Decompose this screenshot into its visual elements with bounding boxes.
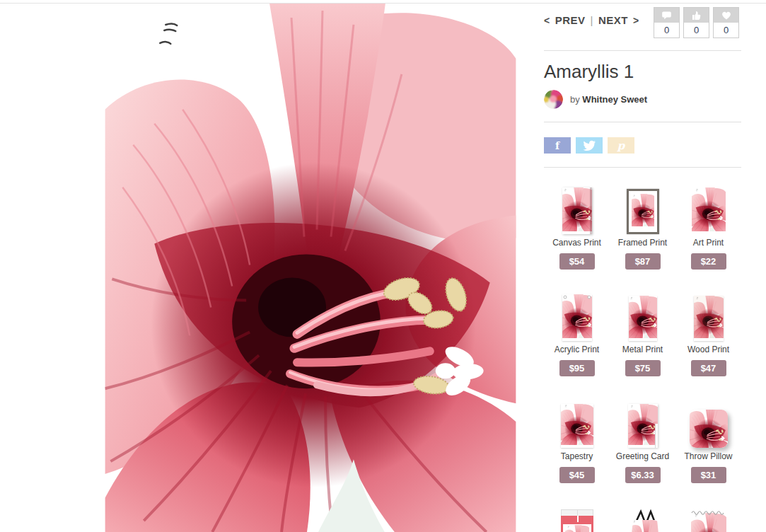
product-page: < PREV | NEXT > 0 0: [0, 0, 766, 532]
product-framed-print[interactable]: Framed Print $87: [610, 189, 675, 270]
prev-chevron-icon[interactable]: <: [544, 15, 550, 26]
social-counters: 0 0 0: [654, 7, 739, 38]
thumbs-up-icon: [684, 8, 709, 23]
product-label: Acrylic Print: [544, 345, 610, 355]
sidebar: < PREV | NEXT > 0 0: [544, 0, 741, 532]
product-greeting-card[interactable]: Greeting Card $6.33: [610, 403, 675, 483]
comment-counter[interactable]: 0: [654, 7, 680, 38]
product-tapestry[interactable]: Tapestry $45: [544, 403, 610, 483]
nav-separator: |: [591, 14, 593, 26]
prev-next-nav: < PREV | NEXT >: [544, 14, 639, 26]
like-counter[interactable]: 0: [683, 7, 709, 38]
twitter-share-button[interactable]: [576, 137, 603, 154]
heart-icon: [714, 8, 738, 23]
greeting-card-thumbnail[interactable]: [628, 404, 658, 448]
product-label: Wood Print: [675, 345, 741, 355]
throw-pillow-thumbnail[interactable]: [690, 410, 728, 448]
wood-print-thumbnail[interactable]: [694, 296, 724, 341]
share-buttons-row: f p: [544, 122, 741, 168]
artist-byline: by Whitney Sweet: [544, 90, 741, 109]
product-duvet-cover[interactable]: [544, 509, 610, 532]
wood-print-price-button[interactable]: $47: [691, 360, 726, 376]
product-label: Tapestry: [544, 451, 610, 462]
product-canvas-print[interactable]: Canvas Print $54: [544, 189, 610, 270]
product-label: Greeting Card: [610, 451, 675, 462]
product-metal-print[interactable]: Metal Print $75: [610, 296, 675, 376]
pinterest-share-button[interactable]: p: [608, 137, 634, 154]
product-throw-pillow[interactable]: Throw Pillow $31: [675, 403, 741, 483]
framed-print-price-button[interactable]: $87: [625, 253, 661, 270]
metal-print-thumbnail[interactable]: [629, 296, 657, 341]
canvas-print-price-button[interactable]: $54: [559, 253, 595, 270]
throw-pillow-price-button[interactable]: $31: [691, 467, 726, 483]
favorite-counter[interactable]: 0: [713, 7, 739, 38]
byline-text: by Whitney Sweet: [570, 94, 647, 105]
framed-print-thumbnail[interactable]: [627, 189, 659, 234]
product-label: Canvas Print: [544, 238, 610, 248]
product-shower-curtain[interactable]: [675, 509, 741, 532]
artist-name-link[interactable]: Whitney Sweet: [582, 94, 647, 105]
product-label: Throw Pillow: [675, 451, 741, 462]
card-fold-edge: [655, 424, 658, 448]
artwork-header: Amaryllis 1: [544, 51, 741, 122]
artwork-nav-row: < PREV | NEXT > 0 0: [544, 0, 741, 51]
facebook-share-button[interactable]: f: [544, 137, 571, 154]
acrylic-print-price-button[interactable]: $95: [559, 360, 595, 376]
next-chevron-icon[interactable]: >: [633, 15, 639, 26]
product-label: Metal Print: [610, 345, 675, 355]
product-art-print[interactable]: Art Print $22: [675, 189, 741, 270]
byline-prefix: by: [570, 94, 580, 105]
facebook-icon: f: [555, 140, 559, 151]
product-label: Framed Print: [610, 238, 675, 248]
prev-link[interactable]: PREV: [555, 14, 586, 26]
duvet-cover-thumbnail[interactable]: [561, 509, 593, 532]
like-count: 0: [684, 23, 709, 37]
canvas-print-thumbnail[interactable]: [562, 187, 592, 234]
product-wood-print[interactable]: Wood Print $47: [675, 296, 741, 376]
product-label: Art Print: [675, 238, 741, 248]
art-print-thumbnail[interactable]: [692, 187, 726, 234]
duvet-body: [561, 522, 593, 532]
pinterest-icon: p: [617, 139, 625, 152]
tapestry-thumbnail[interactable]: [561, 404, 593, 448]
acrylic-print-thumbnail[interactable]: [562, 294, 592, 341]
canvas-edge: [590, 187, 592, 234]
comment-icon: [654, 8, 679, 23]
twitter-bird-icon: [583, 140, 596, 151]
product-grid: Canvas Print $54 Framed Print $87: [544, 168, 741, 532]
comment-count: 0: [654, 23, 679, 37]
metal-print-price-button[interactable]: $75: [625, 360, 661, 376]
shower-curtain-thumbnail[interactable]: [690, 509, 728, 532]
product-acrylic-print[interactable]: Acrylic Print $95: [544, 296, 610, 376]
greeting-card-price-button[interactable]: $6.33: [625, 467, 661, 483]
duvet-pillows: [561, 516, 593, 522]
artwork-title: Amaryllis 1: [544, 61, 741, 83]
tapestry-price-button[interactable]: $45: [559, 467, 595, 483]
duvet-headboard: [561, 509, 593, 516]
product-tote-bag[interactable]: [610, 509, 675, 532]
next-link[interactable]: NEXT: [598, 14, 628, 26]
artwork-main-image[interactable]: [105, 4, 516, 532]
artist-avatar[interactable]: [544, 90, 563, 109]
art-print-price-button[interactable]: $22: [691, 253, 726, 270]
tote-bag-thumbnail[interactable]: [624, 509, 662, 532]
favorite-count: 0: [714, 23, 738, 37]
